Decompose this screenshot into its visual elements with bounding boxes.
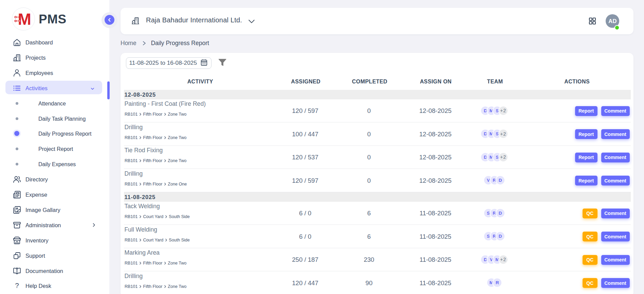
svg-text:M: M <box>18 10 31 28</box>
